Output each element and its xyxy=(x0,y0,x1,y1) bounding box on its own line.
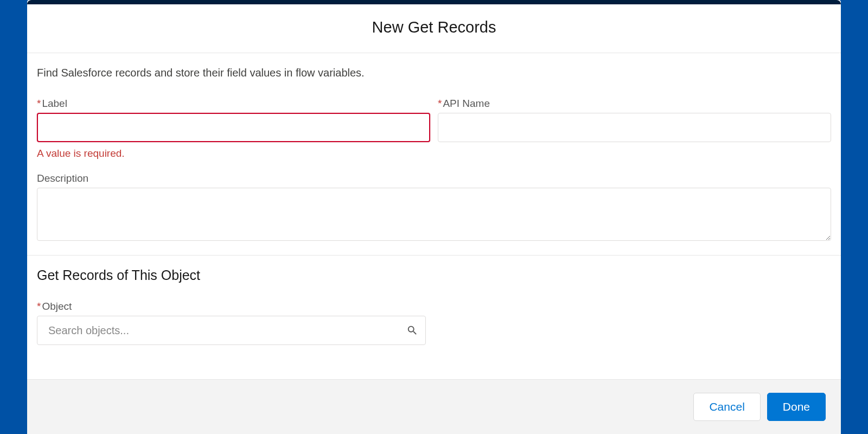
object-search-input[interactable] xyxy=(37,316,426,345)
done-button[interactable]: Done xyxy=(767,393,826,421)
api-name-text: API Name xyxy=(443,98,490,109)
label-text: Label xyxy=(42,98,67,109)
top-strip xyxy=(27,0,841,4)
modal-header: New Get Records xyxy=(27,4,841,53)
label-field-group: *Label A value is required. xyxy=(37,98,430,159)
form-row-label-api: *Label A value is required. *API Name xyxy=(37,98,831,159)
object-search-wrapper xyxy=(37,316,426,345)
label-input[interactable] xyxy=(37,113,430,142)
api-name-field-group: *API Name xyxy=(438,98,831,159)
description-field-group: Description xyxy=(37,173,831,243)
label-error-message: A value is required. xyxy=(37,148,430,159)
modal-title: New Get Records xyxy=(38,18,830,36)
required-asterisk: * xyxy=(438,98,442,109)
label-field-label: *Label xyxy=(37,98,430,110)
api-name-input[interactable] xyxy=(438,113,831,142)
intro-text: Find Salesforce records and store their … xyxy=(37,67,831,79)
description-textarea[interactable] xyxy=(37,188,831,241)
modal-body: Find Salesforce records and store their … xyxy=(27,53,841,379)
cancel-button[interactable]: Cancel xyxy=(693,393,760,421)
section-heading: Get Records of This Object xyxy=(37,267,831,283)
section-divider xyxy=(27,255,841,256)
required-asterisk: * xyxy=(37,301,41,312)
required-asterisk: * xyxy=(37,98,41,109)
modal-dialog: New Get Records Find Salesforce records … xyxy=(27,0,841,434)
description-field-label: Description xyxy=(37,173,831,184)
object-field-group: *Object xyxy=(37,301,831,345)
object-field-label: *Object xyxy=(37,301,831,312)
modal-footer: Cancel Done xyxy=(27,379,841,434)
object-label-text: Object xyxy=(42,301,72,312)
api-name-field-label: *API Name xyxy=(438,98,831,110)
